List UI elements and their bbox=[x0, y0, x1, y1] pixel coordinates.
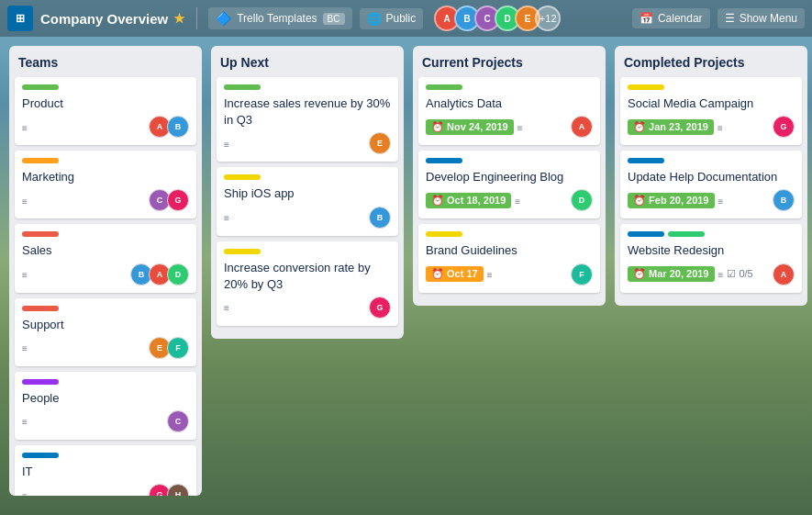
card-label bbox=[426, 158, 462, 163]
column-teams: Teams Product ≡ A B Marketing ≡ C G bbox=[9, 46, 202, 496]
card-label bbox=[22, 231, 59, 237]
card-engineering-blog[interactable]: Develop Engineering Blog ⏰ Oct 18, 2019 … bbox=[418, 151, 600, 218]
avatar: F bbox=[571, 263, 593, 285]
card-label bbox=[628, 84, 664, 90]
column-header-up-next: Up Next bbox=[217, 53, 398, 77]
card-increase-sales[interactable]: Increase sales revenue by 30% in Q3 ≡ E bbox=[217, 77, 398, 162]
avatar: B bbox=[773, 189, 795, 211]
card-avatars: G bbox=[369, 297, 391, 319]
card-label bbox=[426, 84, 462, 90]
card-avatars: E bbox=[369, 132, 391, 154]
card-title: Update Help Documentation bbox=[628, 169, 795, 185]
card-title: Ship iOS app bbox=[224, 185, 391, 202]
column-header-current-projects: Current Projects bbox=[418, 53, 600, 77]
card-avatars: F bbox=[571, 263, 593, 285]
card-label bbox=[628, 158, 664, 163]
card-footer: ⏰ Oct 17 ≡ F bbox=[426, 263, 593, 285]
card-conversion-rate[interactable]: Increase conversion rate by 20% by Q3 ≡ … bbox=[217, 241, 398, 326]
card-footer: ≡ C bbox=[22, 410, 189, 432]
template-button[interactable]: 🔷 Trello Templates BC bbox=[208, 7, 351, 29]
member-avatars[interactable]: A B C D E +12 bbox=[434, 6, 561, 31]
column-current-projects: Current Projects Analytics Data ⏰ Nov 24… bbox=[413, 46, 606, 306]
card-label bbox=[22, 453, 59, 458]
card-icons: ≡ bbox=[517, 123, 523, 133]
visibility-label: Public bbox=[386, 12, 417, 25]
card-product[interactable]: Product ≡ A B bbox=[15, 77, 196, 145]
card-support[interactable]: Support ≡ E F bbox=[15, 298, 196, 366]
card-label bbox=[668, 231, 705, 237]
card-people[interactable]: People ≡ C bbox=[15, 372, 196, 440]
card-brand-guidelines[interactable]: Brand Guidelines ⏰ Oct 17 ≡ F bbox=[418, 224, 600, 292]
card-label bbox=[224, 249, 261, 254]
card-social-media[interactable]: Social Media Campaign ⏰ Jan 23, 2019 ≡ G bbox=[620, 77, 802, 145]
card-title: Sales bbox=[22, 242, 189, 259]
card-avatars: G bbox=[773, 116, 795, 138]
card-avatars: A B bbox=[149, 116, 189, 138]
card-icons: ≡ bbox=[224, 213, 229, 223]
card-sales[interactable]: Sales ≡ B A D bbox=[15, 224, 196, 292]
card-title: Brand Guidelines bbox=[426, 242, 593, 259]
date-badge: ⏰ Jan 23, 2019 bbox=[628, 119, 714, 135]
card-it[interactable]: IT ≡ G H bbox=[15, 445, 196, 496]
app-logo[interactable]: ⊞ bbox=[7, 6, 33, 31]
card-icons: ≡ bbox=[515, 196, 520, 207]
card-avatars: B bbox=[369, 207, 391, 229]
board: Teams Product ≡ A B Marketing ≡ C G bbox=[0, 37, 812, 515]
avatar: D bbox=[167, 263, 189, 285]
card-title: People bbox=[22, 390, 189, 407]
card-title: Develop Engineering Blog bbox=[426, 169, 593, 185]
avatar: H bbox=[167, 484, 189, 496]
card-website-redesign[interactable]: Website Redesign ⏰ Mar 20, 2019 ≡ ☑ 0/5 … bbox=[620, 224, 802, 292]
card-icons: ≡ bbox=[487, 270, 493, 280]
board-title-text: Company Overview bbox=[40, 11, 168, 27]
date-badge: ⏰ Oct 18, 2019 bbox=[426, 193, 511, 208]
show-menu-button[interactable]: ☰ Show Menu bbox=[717, 8, 805, 28]
globe-icon: 🌐 bbox=[367, 12, 382, 26]
card-footer: ≡ B A D bbox=[22, 263, 189, 285]
card-marketing[interactable]: Marketing ≡ C G bbox=[15, 151, 196, 218]
card-icons: ≡ bbox=[22, 196, 28, 207]
avatar: A bbox=[571, 116, 593, 138]
card-label bbox=[224, 84, 261, 90]
card-label bbox=[22, 306, 59, 311]
card-footer: ⏰ Oct 18, 2019 ≡ D bbox=[426, 189, 593, 211]
card-footer: ≡ E bbox=[224, 132, 391, 154]
column-up-next: Up Next Increase sales revenue by 30% in… bbox=[211, 46, 404, 339]
card-label bbox=[22, 84, 59, 90]
card-avatars: C G bbox=[149, 189, 189, 211]
date-badge: ⏰ Nov 24, 2019 bbox=[426, 119, 514, 135]
board-title: Company Overview ★ bbox=[40, 11, 185, 27]
visibility-button[interactable]: 🌐 Public bbox=[360, 8, 424, 29]
card-footer: ⏰ Jan 23, 2019 ≡ G bbox=[628, 116, 795, 138]
card-avatars: A bbox=[773, 263, 795, 285]
menu-icon: ☰ bbox=[725, 12, 735, 25]
avatar: G bbox=[167, 189, 189, 211]
separator bbox=[196, 7, 197, 29]
card-title: Analytics Data bbox=[426, 95, 593, 112]
avatar: G bbox=[369, 297, 391, 319]
card-analytics[interactable]: Analytics Data ⏰ Nov 24, 2019 ≡ A bbox=[418, 77, 600, 145]
avatar: B bbox=[369, 207, 391, 229]
card-footer: ≡ G H bbox=[22, 484, 189, 496]
calendar-button[interactable]: 📅 Calendar bbox=[632, 8, 710, 28]
template-label: Trello Templates bbox=[237, 12, 317, 25]
card-title: Website Redesign bbox=[628, 242, 795, 259]
card-title: Increase conversion rate by 20% by Q3 bbox=[224, 260, 391, 293]
card-avatars: E F bbox=[149, 337, 189, 359]
card-avatars: G H bbox=[149, 484, 189, 496]
card-ship-ios[interactable]: Ship iOS app ≡ B bbox=[217, 167, 398, 235]
avatar-count[interactable]: +12 bbox=[535, 6, 561, 31]
card-help-docs[interactable]: Update Help Documentation ⏰ Feb 20, 2019… bbox=[620, 151, 802, 218]
avatar: F bbox=[167, 337, 189, 359]
card-title: IT bbox=[22, 464, 189, 480]
avatar: D bbox=[571, 189, 593, 211]
date-badge: ⏰ Mar 20, 2019 bbox=[628, 266, 715, 282]
card-footer: ≡ A B bbox=[22, 116, 189, 138]
card-avatars: B bbox=[773, 189, 795, 211]
card-avatars: C bbox=[167, 410, 189, 432]
star-icon[interactable]: ★ bbox=[173, 11, 185, 26]
date-badge: ⏰ Oct 17 bbox=[426, 266, 484, 282]
card-footer: ⏰ Nov 24, 2019 ≡ A bbox=[426, 116, 593, 138]
card-title: Marketing bbox=[22, 169, 189, 185]
logo-icon: ⊞ bbox=[16, 12, 25, 25]
